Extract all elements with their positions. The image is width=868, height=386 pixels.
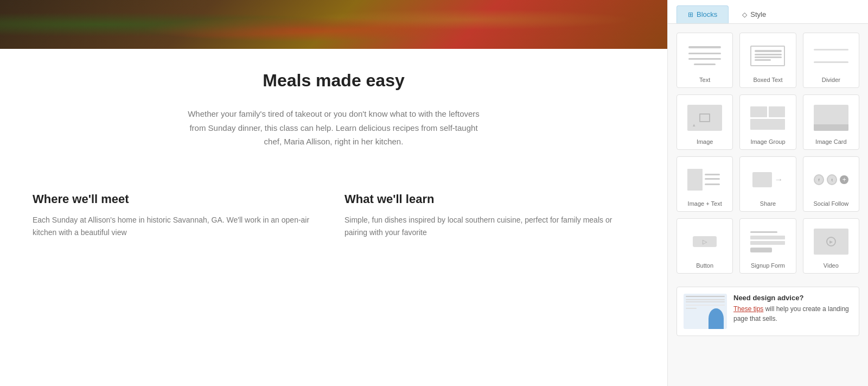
block-share[interactable]: → Share (739, 156, 796, 212)
advice-text: Need design advice? These tips will help… (733, 294, 852, 324)
block-image-group-label: Image Group (750, 138, 785, 145)
blocks-icon: ⊞ (688, 11, 693, 18)
block-image-label: Image (697, 138, 713, 145)
block-signup-form-preview (746, 225, 789, 258)
block-video-preview: ▶ (809, 225, 853, 258)
block-signup-form-label: Signup Form (751, 262, 785, 269)
block-button[interactable]: ▷ Button (676, 218, 733, 274)
block-image-text[interactable]: Image + Text (676, 156, 733, 212)
block-boxed-text-preview (746, 40, 789, 72)
right-panel: ⊞ Blocks ◇ Style Text (667, 0, 868, 386)
block-image-card-label: Image Card (815, 138, 846, 145)
block-social-follow-label: Social Follow (813, 200, 848, 207)
tab-blocks-label: Blocks (697, 10, 717, 18)
block-boxed-text-label: Boxed Text (753, 77, 782, 83)
block-divider-label: Divider (822, 77, 840, 83)
block-button-preview: ▷ (683, 225, 726, 258)
blocks-grid: Text Boxed Text (668, 24, 868, 282)
block-image-group-preview (746, 102, 789, 134)
block-video-label: Video (824, 262, 839, 269)
block-image-card[interactable]: Image Card (803, 94, 859, 150)
block-image-card-preview (809, 102, 853, 134)
block-divider[interactable]: Divider (803, 33, 859, 88)
block-image-group[interactable]: Image Group (739, 94, 796, 150)
block-text[interactable]: Text (676, 33, 733, 88)
block-button-label: Button (696, 262, 713, 269)
advice-body: These tips will help you create a landin… (733, 304, 852, 324)
block-text-preview (683, 40, 726, 72)
col-left-text: Each Sunday at Allison's home in histori… (33, 214, 323, 240)
block-social-follow[interactable]: f t + Social Follow (803, 156, 859, 212)
block-share-preview: → (746, 163, 789, 196)
col-right-text: Simple, fun dishes inspired by local sou… (344, 214, 635, 240)
block-share-label: Share (760, 200, 776, 207)
tab-style-label: Style (750, 10, 766, 18)
advice-title: Need design advice? (733, 294, 852, 302)
block-signup-form[interactable]: Signup Form (739, 218, 796, 274)
column-left: Where we'll meet Each Sunday at Allison'… (33, 192, 323, 240)
content-section: Meals made easy Whether your family's ti… (127, 49, 540, 176)
style-icon: ◇ (742, 11, 747, 18)
col-right-title: What we'll learn (344, 192, 635, 206)
block-image-preview (683, 102, 726, 134)
panel-tabs: ⊞ Blocks ◇ Style (668, 0, 868, 24)
block-image-text-label: Image + Text (688, 200, 722, 207)
block-video[interactable]: ▶ Video (803, 218, 859, 274)
column-right: What we'll learn Simple, fun dishes insp… (344, 192, 635, 240)
hero-image (0, 0, 667, 49)
main-content: Meals made easy Whether your family's ti… (0, 0, 667, 386)
block-image[interactable]: Image (676, 94, 733, 150)
two-column-section: Where we'll meet Each Sunday at Allison'… (0, 176, 667, 251)
block-social-follow-preview: f t + (809, 163, 853, 196)
block-image-text-preview (683, 163, 726, 196)
page-description: Whether your family's tired of takeout o… (187, 107, 480, 149)
design-advice-card: Need design advice? These tips will help… (676, 287, 859, 336)
advice-thumbnail (684, 294, 727, 329)
tab-blocks[interactable]: ⊞ Blocks (676, 5, 729, 23)
tab-style[interactable]: ◇ Style (731, 5, 777, 23)
col-left-title: Where we'll meet (33, 192, 323, 206)
block-text-label: Text (699, 77, 710, 83)
page-title: Meals made easy (138, 71, 529, 91)
advice-link[interactable]: These tips (733, 305, 763, 313)
block-divider-preview (809, 40, 853, 72)
block-boxed-text[interactable]: Boxed Text (739, 33, 796, 88)
